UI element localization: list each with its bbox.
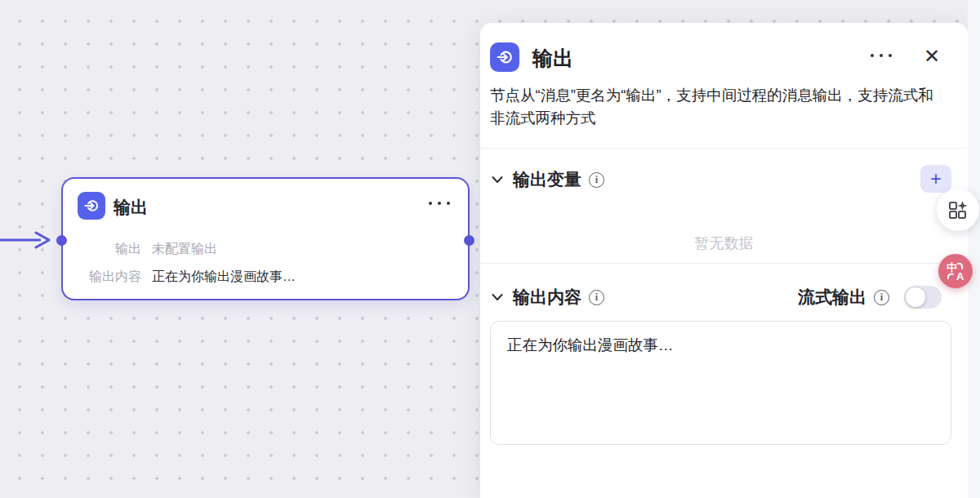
section-output-variables-header[interactable]: 输出变量 i xyxy=(490,168,604,191)
output-panel-icon xyxy=(490,42,519,72)
stream-output-label: 流式输出 xyxy=(798,286,866,309)
close-icon[interactable]: ✕ xyxy=(920,44,944,69)
output-node-icon xyxy=(78,192,105,220)
apps-grid-button[interactable] xyxy=(937,189,979,231)
empty-state-text: 暂无数据 xyxy=(480,233,968,253)
stream-output-toggle[interactable] xyxy=(904,286,942,309)
node-row-value: 未配置输出 xyxy=(152,241,217,258)
node-row-label: 输出 xyxy=(74,241,141,258)
info-icon[interactable]: i xyxy=(589,172,604,188)
incoming-edge xyxy=(0,231,52,249)
section-output-content-header[interactable]: 输出内容 i xyxy=(490,286,604,309)
page-gutter xyxy=(968,0,980,498)
info-icon[interactable]: i xyxy=(589,290,604,305)
output-port[interactable] xyxy=(464,235,474,246)
node-row-content: 输出内容 正在为你输出漫画故事… xyxy=(74,269,457,286)
info-icon[interactable]: i xyxy=(874,290,889,305)
add-variable-button[interactable]: + xyxy=(920,165,951,193)
node-row-value: 正在为你输出漫画故事… xyxy=(152,269,296,286)
chevron-down-icon xyxy=(490,290,505,305)
translate-icon: 中 A xyxy=(943,259,968,283)
panel-more-icon[interactable] xyxy=(871,54,892,57)
grid-sparkle-icon xyxy=(948,200,968,220)
node-row-label: 输出内容 xyxy=(74,269,141,286)
output-content-textarea[interactable]: 正在为你输出漫画故事… xyxy=(490,321,951,445)
section-title: 输出内容 xyxy=(513,286,581,309)
node-config-panel: 输出 ✕ 节点从“消息”更名为“输出”，支持中间过程的消息输出，支持流式和非流式… xyxy=(480,23,968,498)
toggle-knob xyxy=(906,287,925,307)
section-title: 输出变量 xyxy=(513,168,581,191)
node-title: 输出 xyxy=(114,196,148,219)
translate-bottom-glyph: A xyxy=(956,270,964,282)
node-more-icon[interactable] xyxy=(429,202,450,205)
node-row-output: 输出 未配置输出 xyxy=(74,241,457,258)
divider xyxy=(480,263,968,264)
chevron-down-icon xyxy=(490,172,505,187)
divider xyxy=(480,148,968,149)
panel-description: 节点从“消息”更名为“输出”，支持中间过程的消息输出，支持流式和非流式两种方式 xyxy=(490,84,938,130)
panel-title: 输出 xyxy=(532,45,573,72)
stream-output-control: 流式输出 i xyxy=(798,286,942,309)
input-port[interactable] xyxy=(56,235,67,246)
output-node-card[interactable]: 输出 输出 未配置输出 输出内容 正在为你输出漫画故事… xyxy=(61,177,470,300)
translate-plugin-button[interactable]: 中 A xyxy=(938,254,973,288)
